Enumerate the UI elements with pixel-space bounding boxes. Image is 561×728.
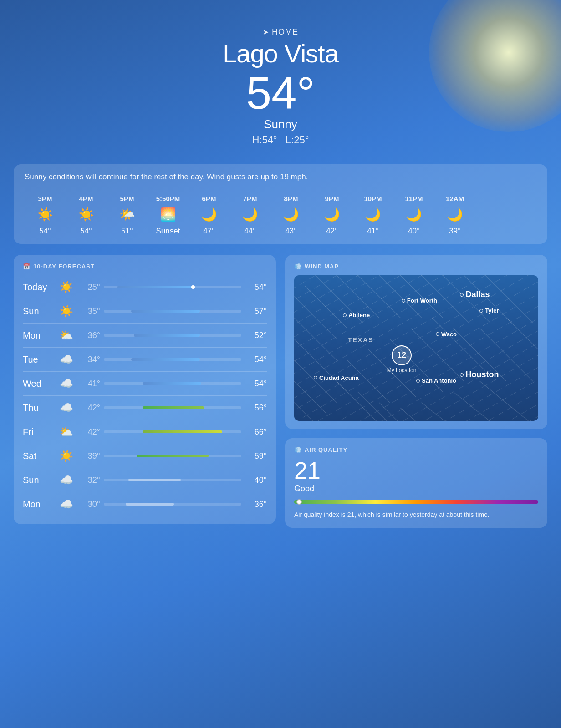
hourly-temp: 41° [367,227,379,236]
forecast-row: Tue ☁️ 34° 54° [23,348,267,371]
low-temp: L:25° [286,134,309,146]
forecast-day: Wed [23,379,55,389]
forecast-row: Thu ☁️ 42° 56° [23,396,267,420]
hourly-icon: 🌙 [324,207,340,222]
forecast-day: Mon [23,499,55,510]
current-temperature: 54° [14,70,547,116]
forecast-low: 41° [78,379,100,389]
hourly-item: 9PM 🌙 42° [311,195,352,236]
forecast-bar [117,286,193,288]
summary-text: Sunny conditions will continue for the r… [25,172,536,182]
forecast-high: 40° [245,475,267,485]
forecast-row: Wed ☁️ 41° 54° [23,372,267,395]
aqi-dot [296,499,302,505]
forecast-row: Mon ⛅ 36° 52° [23,324,267,347]
forecast-panel: 📅 10-DAY FORECAST Today ☀️ 25° 54° Sun ☀… [14,255,276,524]
hourly-icon: 🌙 [447,207,463,222]
navigation-icon: ➤ [263,28,269,36]
calendar-icon: 📅 [23,263,31,270]
forecast-bar [126,503,174,506]
hourly-time: 12AM [446,195,464,202]
hourly-item: 6PM 🌙 47° [189,195,230,236]
hourly-item: 3PM ☀️ 54° [25,195,66,236]
forecast-bar-container [104,479,241,481]
hourly-temp: 51° [121,227,133,236]
forecast-day: Sun [23,306,55,317]
forecast-row: Sun ☁️ 32° 40° [23,468,267,492]
forecast-high: 56° [245,403,267,413]
forecast-low: 39° [78,451,100,461]
hourly-icon: 🌙 [242,207,258,222]
high-temp: H:54° [252,134,277,146]
forecast-bar [134,334,200,337]
forecast-bar [128,479,181,481]
forecast-day: Sun [23,475,55,485]
hourly-icon: ☀️ [78,207,94,222]
forecast-day: Sat [23,451,55,461]
hourly-icon: 🌅 [160,207,176,222]
forecast-high: 59° [245,451,267,461]
hourly-time: 7PM [243,195,257,202]
home-text: HOME [272,27,298,37]
aqi-bar [294,500,538,504]
forecast-icon: ⛅ [58,329,75,342]
forecast-title: 📅 10-DAY FORECAST [23,263,267,270]
aqi-description: Air quality index is 21, which is simila… [294,510,538,520]
wind-title: 💨 WIND MAP [294,263,538,270]
hourly-item: 5PM 🌤️ 51° [107,195,148,236]
hourly-time: 9PM [325,195,339,202]
forecast-high: 54° [245,355,267,364]
weather-condition: Sunny [14,117,547,131]
wind-icon: 💨 [294,263,302,270]
air-icon: 💨 [294,446,302,453]
city-fortworth: Fort Worth [402,297,437,304]
hourly-temp: 40° [408,227,420,236]
city-houston: Houston [460,370,499,379]
forecast-bar [131,310,200,313]
hourly-temp: 54° [39,227,51,236]
forecast-high: 54° [245,379,267,389]
city-name: Lago Vista [14,39,547,68]
forecast-icon: ☀️ [58,305,75,318]
forecast-icon: ☁️ [58,353,75,366]
right-panels: 💨 WIND MAP [285,255,547,528]
forecast-bar [143,430,222,433]
forecast-bar-container [104,286,241,288]
hourly-time: 6PM [202,195,216,202]
forecast-bar-container [104,382,241,385]
air-quality-panel: 💨 AIR QUALITY 21 Good Air quality index … [285,438,547,528]
hourly-item: 11PM 🌙 40° [393,195,434,236]
hourly-temp: 54° [80,227,92,236]
hourly-scroll[interactable]: 3PM ☀️ 54° 4PM ☀️ 54° 5PM 🌤️ 51° 5:50PM … [25,195,536,236]
hourly-icon: 🌙 [365,207,381,222]
forecast-bar-container [104,358,241,361]
hourly-item: 10PM 🌙 41° [352,195,393,236]
forecast-row: Sat ☀️ 39° 59° [23,444,267,468]
forecast-low: 35° [78,307,100,316]
forecast-low: 25° [78,283,100,292]
hourly-temp: 42° [326,227,338,236]
wind-map-area: Dallas Fort Worth Tyler Abilene Waco TEX… [294,275,538,421]
hourly-temp: 44° [244,227,256,236]
city-ciudadacuna: Ciudad Acuña [314,374,359,381]
aqi-label: Good [294,484,538,494]
high-low: H:54° L:25° [14,134,547,146]
forecast-row: Mon ☁️ 30° 36° [23,492,267,516]
forecast-bar-container [104,455,241,457]
hourly-time: 11PM [405,195,423,202]
forecast-high: 57° [245,307,267,316]
forecast-row: Fri ⛅ 42° 66° [23,420,267,444]
hourly-item: 7PM 🌙 44° [230,195,270,236]
forecast-day: Tue [23,354,55,365]
hourly-icon: ☀️ [37,207,53,222]
hourly-summary-panel: Sunny conditions will continue for the r… [14,164,547,244]
hourly-time: 5:50PM [156,195,180,202]
hourly-time: 4PM [79,195,93,202]
forecast-icon: ⛅ [58,425,75,438]
forecast-bar [143,382,202,385]
forecast-bar-container [104,503,241,506]
hourly-temp: 43° [285,227,297,236]
city-sanantonio: San Antonio [416,377,456,384]
my-location-circle: 12 [392,345,412,365]
hourly-temp: 47° [203,227,215,236]
